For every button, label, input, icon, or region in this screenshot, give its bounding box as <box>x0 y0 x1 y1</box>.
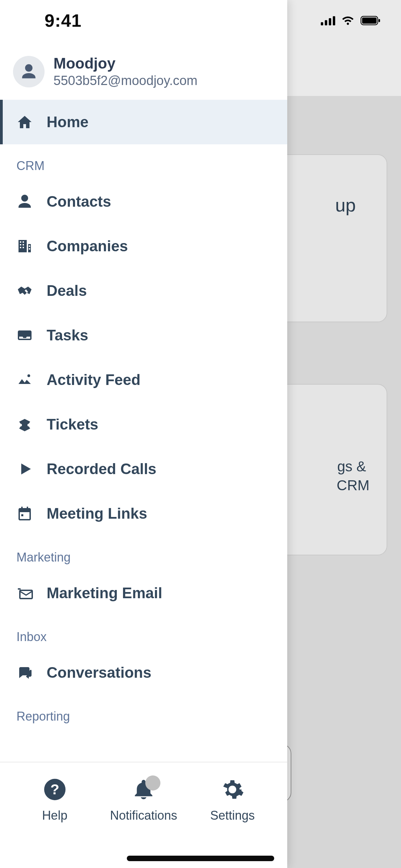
email-icon <box>16 585 33 601</box>
section-header-marketing: Marketing <box>0 536 287 571</box>
section-header-reporting: Reporting <box>0 695 287 730</box>
svg-rect-6 <box>378 19 380 22</box>
handshake-icon <box>16 282 33 299</box>
nav-item-activity-feed[interactable]: Activity Feed <box>0 358 287 402</box>
nav-item-label: Activity Feed <box>47 371 141 388</box>
drawer-bottom-bar: ? Help Notifications Settings <box>0 762 287 868</box>
wifi-icon <box>341 16 354 25</box>
profile-header[interactable]: Moodjoy 5503b5f2@moodjoy.com <box>0 41 287 100</box>
svg-rect-1 <box>325 20 327 25</box>
bell-icon <box>131 777 156 802</box>
nav-list[interactable]: Home CRM Contacts Companies De <box>0 100 287 762</box>
bottom-item-settings[interactable]: Settings <box>193 777 272 823</box>
svg-rect-5 <box>362 17 376 24</box>
svg-rect-2 <box>329 18 331 25</box>
nav-item-conversations[interactable]: Conversations <box>0 650 287 695</box>
nav-item-label: Companies <box>47 238 128 255</box>
nav-item-home[interactable]: Home <box>0 100 287 144</box>
background-text-fragment: gs & <box>337 458 366 475</box>
notification-indicator <box>145 775 160 791</box>
help-icon: ? <box>42 777 68 802</box>
gear-icon <box>220 777 245 802</box>
avatar <box>13 56 45 87</box>
building-icon <box>16 238 33 254</box>
status-time: 9:41 <box>45 10 82 31</box>
person-icon <box>16 193 33 210</box>
nav-item-tickets[interactable]: Tickets <box>0 402 287 447</box>
nav-item-label: Marketing Email <box>47 584 162 602</box>
svg-rect-3 <box>333 16 335 25</box>
nav-item-deals[interactable]: Deals <box>0 268 287 313</box>
tray-icon <box>16 327 33 343</box>
nav-item-label: Tickets <box>47 416 98 433</box>
profile-name: Moodjoy <box>53 55 197 72</box>
nav-item-marketing-email[interactable]: Marketing Email <box>0 571 287 615</box>
svg-text:?: ? <box>50 781 59 797</box>
nav-item-meeting-links[interactable]: Meeting Links <box>0 491 287 536</box>
battery-icon <box>361 16 380 25</box>
bottom-item-notifications[interactable]: Notifications <box>104 777 183 823</box>
nav-item-tasks[interactable]: Tasks <box>0 313 287 358</box>
play-icon <box>16 461 33 477</box>
profile-email: 5503b5f2@moodjoy.com <box>53 73 197 88</box>
bottom-item-help[interactable]: ? Help <box>15 777 94 823</box>
nav-item-label: Recorded Calls <box>47 460 156 478</box>
nav-item-label: Contacts <box>47 193 111 210</box>
calendar-icon <box>16 505 33 522</box>
bottom-item-label: Settings <box>210 808 255 823</box>
nav-item-label: Meeting Links <box>47 505 147 522</box>
bottom-item-label: Notifications <box>110 808 177 823</box>
screen: up gs & CRM 9:41 <box>0 0 401 868</box>
background-text-fragment: up <box>335 194 356 216</box>
profile-text: Moodjoy 5503b5f2@moodjoy.com <box>53 55 197 88</box>
status-icons <box>321 16 380 25</box>
navigation-drawer: Moodjoy 5503b5f2@moodjoy.com Home CRM Co… <box>0 0 287 868</box>
section-header-crm: CRM <box>0 144 287 179</box>
svg-rect-0 <box>321 22 323 25</box>
activity-icon <box>16 372 33 388</box>
background-text-fragment: CRM <box>337 477 369 494</box>
chat-icon <box>16 664 33 681</box>
nav-item-label: Conversations <box>47 664 151 681</box>
nav-item-companies[interactable]: Companies <box>0 224 287 268</box>
home-indicator[interactable] <box>127 856 274 861</box>
section-header-inbox: Inbox <box>0 615 287 650</box>
nav-item-recorded-calls[interactable]: Recorded Calls <box>0 447 287 491</box>
nav-item-contacts[interactable]: Contacts <box>0 179 287 224</box>
status-bar: 9:41 <box>0 0 401 41</box>
ticket-icon <box>16 416 33 433</box>
nav-item-label: Tasks <box>47 327 88 344</box>
cellular-icon <box>321 16 335 25</box>
nav-item-label: Deals <box>47 282 87 299</box>
home-icon <box>16 114 33 130</box>
bottom-item-label: Help <box>42 808 68 823</box>
nav-item-label: Home <box>47 113 88 131</box>
